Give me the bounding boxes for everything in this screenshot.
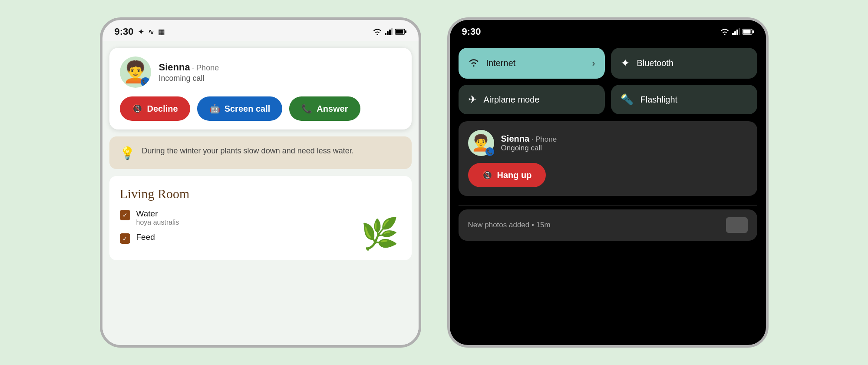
battery-icon	[395, 29, 406, 35]
flashlight-label: Flashlight	[640, 95, 748, 105]
message-icon: ▦	[158, 28, 165, 36]
hangup-icon: 📵	[482, 170, 493, 180]
signal-icon	[385, 28, 393, 35]
caller-name-line: Sienna · Phone	[159, 62, 219, 73]
divider	[459, 206, 757, 206]
caller-info: 🧑‍🦱 📞 Sienna · Phone Incoming call	[120, 56, 401, 88]
notif-avatar: 🧑‍🦱 📞	[468, 130, 494, 156]
living-room-card: Living Room ✓ Water hoya australis ✓ Fee…	[109, 176, 412, 260]
time-dark: 9:30	[462, 26, 481, 37]
airplane-label: Airplane mode	[484, 95, 595, 105]
status-bar-right	[373, 28, 406, 35]
qs-tile-flashlight[interactable]: 🔦 Flashlight	[611, 85, 757, 114]
internet-label: Internet	[486, 58, 585, 68]
plant-species-water: hoya australis	[136, 219, 179, 226]
plant-tip-card: 💡 During the winter your plants slow dow…	[109, 136, 412, 169]
status-bar-left: 9:30 ✦ ∿ ▦	[115, 26, 165, 37]
wifi-calling-icon: ∿	[148, 28, 154, 36]
status-bar-light: 9:30 ✦ ∿ ▦	[102, 20, 419, 41]
flashlight-icon: 🔦	[620, 93, 634, 106]
svg-rect-13	[752, 30, 754, 33]
photos-thumbnail	[726, 217, 748, 233]
checkbox-water: ✓	[120, 210, 130, 220]
svg-rect-2	[389, 30, 391, 35]
avatar-call-badge: 📞	[141, 77, 150, 87]
svg-rect-1	[387, 31, 389, 35]
svg-rect-5	[396, 30, 403, 34]
caller-dot: ·	[192, 63, 196, 72]
svg-rect-9	[736, 30, 738, 35]
notif-source: Phone	[535, 135, 557, 143]
lightbulb-icon: 💡	[120, 146, 135, 160]
screen-icon: 🤖	[209, 103, 220, 114]
decline-icon: 📵	[132, 103, 143, 114]
phone-light: 9:30 ✦ ∿ ▦	[100, 17, 421, 348]
caller-source: Phone	[196, 63, 219, 72]
caller-name: Sienna	[159, 62, 190, 73]
svg-rect-8	[734, 31, 736, 35]
plant-feed: Feed	[136, 232, 155, 242]
notif-text: Sienna · Phone Ongoing call	[501, 134, 557, 153]
svg-rect-3	[391, 28, 393, 35]
svg-rect-12	[743, 30, 750, 34]
hangup-label: Hang up	[497, 170, 532, 180]
decline-label: Decline	[147, 104, 178, 114]
bluetooth-label: Bluetooth	[637, 58, 748, 68]
qs-tile-bluetooth[interactable]: ✦ Bluetooth	[611, 48, 757, 79]
light-phone-content: 🧑‍🦱 📞 Sienna · Phone Incoming call 📵 Dec…	[102, 41, 419, 345]
answer-button[interactable]: 📞 Answer	[289, 96, 360, 121]
nfc-icon: ✦	[138, 28, 144, 36]
internet-icon	[468, 58, 479, 69]
plant-water: Water hoya australis	[136, 209, 179, 226]
wifi-icon	[373, 28, 382, 35]
plant-name-feed: Feed	[136, 232, 155, 242]
notif-caller-info: 🧑‍🦱 📞 Sienna · Phone Ongoing call	[468, 130, 748, 156]
plant-name-water: Water	[136, 209, 179, 219]
plant-illustration: 🌿	[361, 216, 399, 252]
incoming-call-card: 🧑‍🦱 📞 Sienna · Phone Incoming call 📵 Dec…	[109, 48, 412, 129]
answer-icon: 📞	[301, 103, 312, 114]
qs-tile-airplane[interactable]: ✈ Airplane mode	[459, 85, 605, 114]
wifi-icon-dark	[720, 28, 729, 35]
screen-call-button[interactable]: 🤖 Screen call	[197, 96, 283, 121]
svg-rect-0	[385, 33, 386, 35]
time-light: 9:30	[115, 26, 134, 37]
airplane-icon: ✈	[468, 93, 477, 106]
qs-tile-internet[interactable]: Internet ›	[459, 48, 605, 79]
phone-dark: 9:30	[447, 17, 769, 348]
caller-avatar: 🧑‍🦱 📞	[120, 56, 151, 88]
call-status: Incoming call	[159, 74, 219, 83]
notif-caller-name: Sienna	[501, 134, 530, 143]
list-item: ✓ Feed	[120, 232, 401, 244]
caller-text: Sienna · Phone Incoming call	[159, 62, 219, 83]
battery-icon-dark	[743, 29, 754, 35]
notif-ongoing-status: Ongoing call	[501, 144, 557, 153]
chevron-right-icon: ›	[592, 58, 595, 68]
decline-button[interactable]: 📵 Decline	[120, 96, 190, 121]
list-item: ✓ Water hoya australis	[120, 209, 401, 226]
living-room-title: Living Room	[120, 186, 401, 201]
svg-rect-6	[405, 30, 406, 33]
call-actions: 📵 Decline 🤖 Screen call 📞 Answer	[120, 96, 401, 121]
ongoing-call-card: 🧑‍🦱 📞 Sienna · Phone Ongoing call 📵 Hang…	[459, 121, 757, 196]
photos-notif-text: New photos added • 15m	[468, 221, 551, 229]
dark-status-icons	[720, 28, 754, 35]
bluetooth-icon: ✦	[620, 56, 630, 70]
signal-icon-dark	[732, 28, 740, 35]
svg-rect-10	[739, 28, 740, 35]
tip-text: During the winter your plants slow down …	[142, 145, 354, 157]
screen-label: Screen call	[224, 104, 271, 114]
notif-name-line: Sienna · Phone	[501, 134, 557, 144]
svg-rect-7	[732, 33, 734, 35]
notif-avatar-badge: 📞	[485, 147, 494, 156]
hangup-button[interactable]: 📵 Hang up	[468, 163, 546, 187]
answer-label: Answer	[317, 104, 348, 114]
status-bar-dark: 9:30	[450, 20, 766, 41]
checkbox-feed: ✓	[120, 233, 130, 244]
quick-settings: Internet › ✦ Bluetooth ✈ Airplane mode 🔦…	[450, 41, 766, 121]
photos-notif[interactable]: New photos added • 15m	[459, 209, 757, 241]
